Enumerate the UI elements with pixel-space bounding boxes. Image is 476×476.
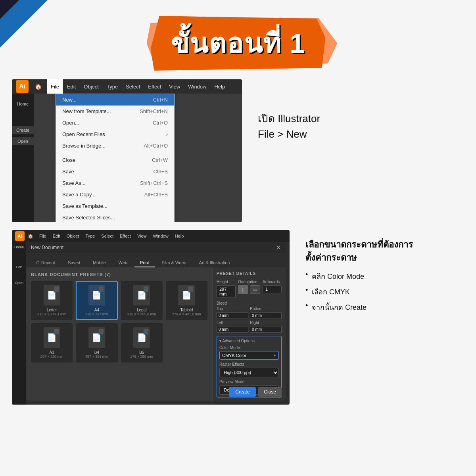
preset-b4[interactable]: 📄 B4 257 × 364 mm bbox=[76, 323, 117, 363]
menu-item-object[interactable]: Object bbox=[80, 79, 103, 94]
preset-letter[interactable]: 📄 Letter 215.9 × 279.4 mm bbox=[31, 281, 73, 320]
ai-menubar: Ai 🏠 File Edit Object Type Select Effect… bbox=[12, 79, 242, 94]
bleed-right-value: 0 mm bbox=[250, 326, 282, 333]
s2-select[interactable]: Select bbox=[98, 230, 116, 242]
menu-item-window[interactable]: Window bbox=[184, 79, 210, 94]
tab-mobile[interactable]: Mobile bbox=[87, 259, 111, 267]
tab-film[interactable]: Film & Video bbox=[156, 259, 192, 267]
dialog-footer: Create Close bbox=[229, 387, 282, 397]
bullet-list: คลิก Color Mode เลือก CMYK จากนั้นกด Cre… bbox=[305, 271, 464, 313]
tab-saved[interactable]: Saved bbox=[62, 259, 86, 267]
s2-ai-logo: Ai bbox=[15, 231, 25, 241]
bleed-top-group: Top 0 mm bbox=[217, 307, 248, 319]
sidebar-create-btn[interactable]: Create bbox=[12, 126, 37, 134]
preset-tabloid[interactable]: 📄 Tabloid 279.4 × 431.8 mm bbox=[166, 281, 207, 320]
home-icon: 🏠 bbox=[33, 81, 44, 92]
presets-title: BLANK DOCUMENT PRESETS (7) bbox=[31, 272, 207, 277]
bleed-right-label: Right bbox=[250, 321, 282, 325]
bleed-row-container: Bleed Top 0 mm Bottom 0 mm bbox=[217, 301, 282, 333]
preset-a4-size: 210 × 297 mm bbox=[85, 312, 108, 316]
section-2-row: Ai 🏠 File Edit Object Type Select Effect… bbox=[12, 230, 464, 405]
dropdown-recent[interactable]: Open Recent Files › bbox=[56, 129, 174, 140]
s2-object[interactable]: Object bbox=[64, 230, 82, 242]
menu-item-effect[interactable]: Effect bbox=[144, 79, 165, 94]
s2-edit[interactable]: Edit bbox=[50, 230, 63, 242]
menu-item-file[interactable]: File bbox=[47, 79, 63, 94]
menu-item-type[interactable]: Type bbox=[103, 79, 122, 94]
dropdown-bridge[interactable]: Browse in Bridge... Alt+Ctrl+O bbox=[56, 140, 174, 152]
artboards-value: 1 bbox=[263, 285, 282, 293]
dropdown-new-template-label: New from Template... bbox=[62, 108, 111, 114]
dialog-title: New Document bbox=[31, 245, 63, 250]
preset-legal[interactable]: 📄 Legal 215.9 × 355.6 mm bbox=[121, 281, 163, 320]
preset-a3[interactable]: 📄 A3 297 × 420 mm bbox=[31, 323, 73, 363]
preset-letter-icon: 📄 bbox=[44, 285, 60, 305]
dropdown-save-slices-label: Save Selected Slices... bbox=[62, 215, 115, 221]
dropdown-close-label: Close bbox=[62, 157, 75, 163]
preset-b5[interactable]: 📄 B5 176 × 250 mm bbox=[121, 323, 163, 363]
orient-landscape[interactable]: ▭ bbox=[250, 285, 260, 294]
s2-file[interactable]: File bbox=[36, 230, 49, 242]
dropdown-save-as[interactable]: Save As... Shift+Ctrl+S bbox=[56, 177, 174, 189]
dropdown-recent-label: Open Recent Files bbox=[62, 131, 105, 137]
create-button[interactable]: Create bbox=[229, 387, 256, 397]
dropdown-save-copy-shortcut: Alt+Ctrl+S bbox=[144, 192, 168, 198]
dropdown-new[interactable]: New... Ctrl+N bbox=[56, 94, 174, 106]
menu-item-help[interactable]: Help bbox=[210, 79, 229, 94]
s2-effect[interactable]: Effect bbox=[117, 230, 134, 242]
s2-menu-items: File Edit Object Type Select Effect View… bbox=[36, 230, 186, 242]
close-dialog-button[interactable]: Close bbox=[258, 387, 282, 397]
preset-a3-icon: 📄 bbox=[44, 327, 60, 348]
dropdown-divider-1 bbox=[56, 153, 174, 153]
header-banner: ขั้นตอนที่ 1 bbox=[163, 20, 314, 67]
orient-portrait[interactable]: ▯ bbox=[238, 285, 248, 294]
dropdown-save-template[interactable]: Save as Template... bbox=[56, 200, 174, 212]
preset-b4-size: 257 × 364 mm bbox=[85, 355, 108, 359]
menu-items: File Edit Object Type Select Effect View… bbox=[47, 79, 229, 94]
dropdown-save-template-label: Save as Template... bbox=[62, 203, 107, 209]
dropdown-save-copy-label: Save a Copy... bbox=[62, 192, 96, 198]
tab-art[interactable]: Art & Illustration bbox=[194, 259, 236, 267]
color-mode-select[interactable]: CMYK Color RGB Color bbox=[219, 351, 279, 360]
preset-a4[interactable]: 📄 A4 210 × 297 mm bbox=[76, 281, 117, 320]
page-title: ขั้นตอนที่ 1 bbox=[163, 20, 314, 67]
tab-web[interactable]: Web bbox=[113, 259, 133, 267]
s2-window[interactable]: Window bbox=[150, 230, 171, 242]
raster-select[interactable]: High (300 ppi) bbox=[219, 368, 279, 377]
dropdown-open[interactable]: Open... Ctrl+O bbox=[56, 117, 174, 129]
dropdown-save-as-label: Save As... bbox=[62, 180, 86, 186]
dropdown-save-slices[interactable]: Save Selected Slices... bbox=[56, 212, 174, 222]
height-col: Height 297 mm bbox=[217, 280, 236, 298]
info-line-1: เปิด Illustrator bbox=[258, 111, 464, 127]
dropdown-close[interactable]: Close Ctrl+W bbox=[56, 154, 174, 166]
menu-item-edit[interactable]: Edit bbox=[63, 79, 80, 94]
s2-view[interactable]: View bbox=[134, 230, 150, 242]
dropdown-save-copy[interactable]: Save a Copy... Alt+Ctrl+S bbox=[56, 189, 174, 200]
section-1-row: Ai 🏠 File Edit Object Type Select Effect… bbox=[12, 79, 464, 222]
s2-left-sidebar: Home Cre Open bbox=[12, 242, 26, 405]
raster-label: Raster Effects bbox=[219, 362, 279, 367]
dropdown-new-label: New... bbox=[62, 97, 77, 103]
dropdown-save[interactable]: Save Ctrl+S bbox=[56, 166, 174, 177]
menu-item-view[interactable]: View bbox=[165, 79, 184, 94]
dialog-close-x[interactable]: ✕ bbox=[276, 244, 281, 251]
preset-a3-name: A3 bbox=[50, 350, 54, 355]
bullet-3: จากนั้นกด Create bbox=[305, 301, 464, 313]
bleed-label: Bleed bbox=[217, 301, 282, 305]
info-line-2: File > New bbox=[258, 127, 464, 142]
s2-help[interactable]: Help bbox=[172, 230, 187, 242]
menu-item-select[interactable]: Select bbox=[122, 79, 144, 94]
dropdown-new-template-shortcut: Shift+Ctrl+N bbox=[140, 108, 168, 114]
dropdown-new-template[interactable]: New from Template... Shift+Ctrl+N bbox=[56, 106, 174, 117]
dropdown-bridge-shortcut: Alt+Ctrl+O bbox=[144, 143, 168, 149]
s2-home-label: Home bbox=[14, 245, 24, 249]
tab-recent[interactable]: ⏱ Recent bbox=[30, 259, 61, 267]
dropdown-open-label: Open... bbox=[62, 120, 79, 126]
s2-type[interactable]: Type bbox=[83, 230, 98, 242]
dropdown-close-shortcut: Ctrl+W bbox=[152, 157, 168, 163]
tab-print[interactable]: Print bbox=[134, 259, 155, 267]
preset-b4-icon: 📄 bbox=[88, 327, 105, 348]
sidebar-open-btn[interactable]: Open bbox=[12, 137, 37, 145]
dropdown-save-label: Save bbox=[62, 169, 74, 175]
bullet-1: คลิก Color Mode bbox=[305, 271, 464, 282]
